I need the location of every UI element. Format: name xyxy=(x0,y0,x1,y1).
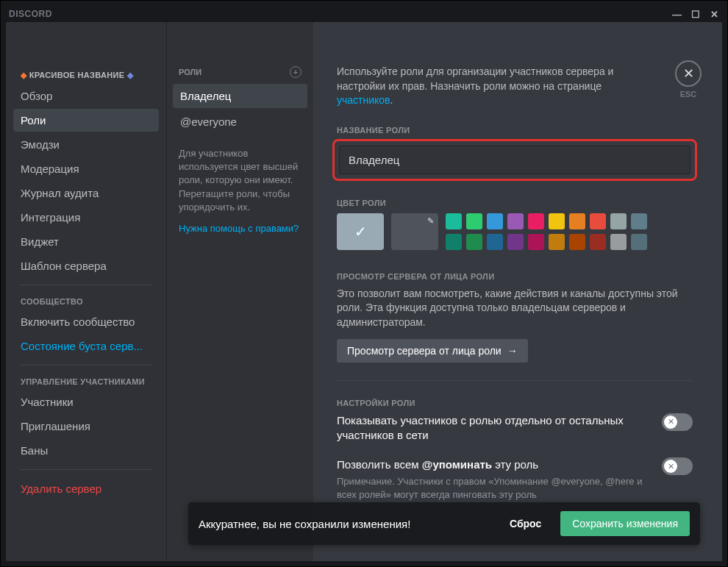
color-custom-picker[interactable]: ✎ xyxy=(391,213,438,250)
settings-sidebar: ◆ КРАСИВОЕ НАЗВАНИЕ ◆ Обзор Роли Эмодзи … xyxy=(6,22,166,561)
role-edit-panel: ✕ ESC Используйте роли для организации у… xyxy=(313,22,722,561)
sidebar-item-members[interactable]: Участники xyxy=(13,391,159,413)
color-swatch[interactable] xyxy=(590,213,606,229)
window-close[interactable]: ✕ xyxy=(710,9,719,20)
sidebar-item-template[interactable]: Шаблон сервера xyxy=(13,254,159,277)
sidebar-item-audit-log[interactable]: Журнал аудита xyxy=(13,182,159,204)
role-item-everyone[interactable]: @everyone xyxy=(173,110,307,134)
roles-help-link[interactable]: Нужна помощь с правами? xyxy=(173,220,307,237)
view-as-role-button[interactable]: Просмотр сервера от лица роли → xyxy=(337,339,528,363)
role-name-label: НАЗВАНИЕ РОЛИ xyxy=(337,126,693,135)
server-name-header: ◆ КРАСИВОЕ НАЗВАНИЕ ◆ xyxy=(13,66,159,85)
color-swatch[interactable] xyxy=(507,234,524,250)
view-as-role-desc: Это позволит вам посмотреть, какие дейст… xyxy=(337,287,693,330)
eyedropper-icon: ✎ xyxy=(427,216,434,226)
sidebar-item-emoji[interactable]: Эмодзи xyxy=(13,133,159,156)
sidebar-item-roles[interactable]: Роли xyxy=(13,109,159,132)
color-swatch[interactable] xyxy=(446,234,462,250)
color-default-swatch[interactable]: ✓ xyxy=(337,213,384,250)
setting-display-separately-toggle[interactable]: ✕ xyxy=(662,413,693,431)
color-swatch[interactable] xyxy=(569,213,585,229)
role-color-label: ЦВЕТ РОЛИ xyxy=(337,199,693,207)
color-swatch[interactable] xyxy=(487,213,503,229)
setting-display-separately-label: Показывать участников с ролью отдельно о… xyxy=(337,413,647,443)
roles-list-column: РОЛИ + Владелец @everyone Для участников… xyxy=(166,22,313,561)
app-wordmark: DISCORD xyxy=(9,9,52,19)
role-name-highlight xyxy=(332,139,697,181)
divider xyxy=(19,365,153,365)
unsaved-message: Аккуратнее, вы не сохранили изменения! xyxy=(199,518,490,530)
color-swatch[interactable] xyxy=(466,213,482,229)
toggle-knob: ✕ xyxy=(664,460,677,473)
color-swatch[interactable] xyxy=(631,213,647,229)
color-swatch[interactable] xyxy=(528,213,544,229)
color-swatch[interactable] xyxy=(631,234,647,250)
close-label: ESC xyxy=(675,90,702,99)
sidebar-item-invites[interactable]: Приглашения xyxy=(13,415,159,438)
color-swatch[interactable] xyxy=(446,213,462,229)
sidebar-item-enable-community[interactable]: Включить сообщество xyxy=(13,310,159,333)
sidebar-item-overview[interactable]: Обзор xyxy=(13,85,159,107)
window-controls: — ☐ ✕ xyxy=(672,9,719,20)
color-grid xyxy=(446,213,647,250)
setting-allow-mention-note: Примечание. Участники с правом «Упоминан… xyxy=(337,475,647,501)
divider xyxy=(337,380,693,381)
color-swatch[interactable] xyxy=(610,234,627,250)
roles-header-label: РОЛИ xyxy=(179,68,201,76)
add-role-button[interactable]: + xyxy=(290,66,301,78)
save-changes-button[interactable]: Сохранить изменения xyxy=(560,511,690,536)
role-name-input[interactable] xyxy=(339,146,690,174)
color-swatch[interactable] xyxy=(610,213,627,229)
sidebar-item-moderation[interactable]: Модерация xyxy=(13,157,159,180)
setting-allow-mention-label: Позволить всем @упоминать эту роль xyxy=(337,457,647,472)
color-swatch[interactable] xyxy=(549,234,565,250)
roles-intro-text: Используйте роли для организации участни… xyxy=(337,65,693,108)
close-button[interactable]: ✕ xyxy=(675,60,702,87)
sidebar-item-delete-server[interactable]: Удалить сервер xyxy=(13,477,159,500)
checkmark-icon: ✓ xyxy=(354,223,367,240)
role-item-owner[interactable]: Владелец xyxy=(173,84,307,108)
divider xyxy=(19,285,153,285)
window-minimize[interactable]: — xyxy=(672,9,681,20)
color-swatch[interactable] xyxy=(487,234,503,250)
color-swatch[interactable] xyxy=(528,234,544,250)
unsaved-changes-banner: Аккуратнее, вы не сохранили изменения! С… xyxy=(188,502,700,545)
color-swatch[interactable] xyxy=(507,213,524,229)
sidebar-item-widget[interactable]: Виджет xyxy=(13,230,159,253)
view-as-role-label: ПРОСМОТР СЕРВЕРА ОТ ЛИЦА РОЛИ xyxy=(337,272,693,281)
members-link[interactable]: участников xyxy=(337,94,390,106)
color-swatch[interactable] xyxy=(466,234,482,250)
color-swatch[interactable] xyxy=(569,234,585,250)
community-header: СООБЩЕСТВО xyxy=(13,293,159,310)
color-swatch[interactable] xyxy=(590,234,606,250)
role-settings-label: НАСТРОЙКИ РОЛИ xyxy=(337,399,693,407)
sidebar-item-integrations[interactable]: Интеграция xyxy=(13,206,159,229)
window-maximize[interactable]: ☐ xyxy=(691,9,700,20)
sidebar-item-bans[interactable]: Баны xyxy=(13,439,159,462)
reset-button[interactable]: Сброс xyxy=(501,512,550,535)
arrow-right-icon: → xyxy=(507,345,518,357)
divider xyxy=(19,469,153,470)
roles-reorder-note: Для участников используется цвет высшей … xyxy=(173,135,307,220)
color-swatch[interactable] xyxy=(549,213,565,229)
user-mgmt-header: УПРАВЛЕНИЕ УЧАСТНИКАМИ xyxy=(13,373,159,391)
setting-allow-mention-toggle[interactable]: ✕ xyxy=(662,457,693,475)
toggle-knob: ✕ xyxy=(664,416,677,429)
sidebar-item-boost-status[interactable]: Состояние буста серв... xyxy=(13,335,159,357)
